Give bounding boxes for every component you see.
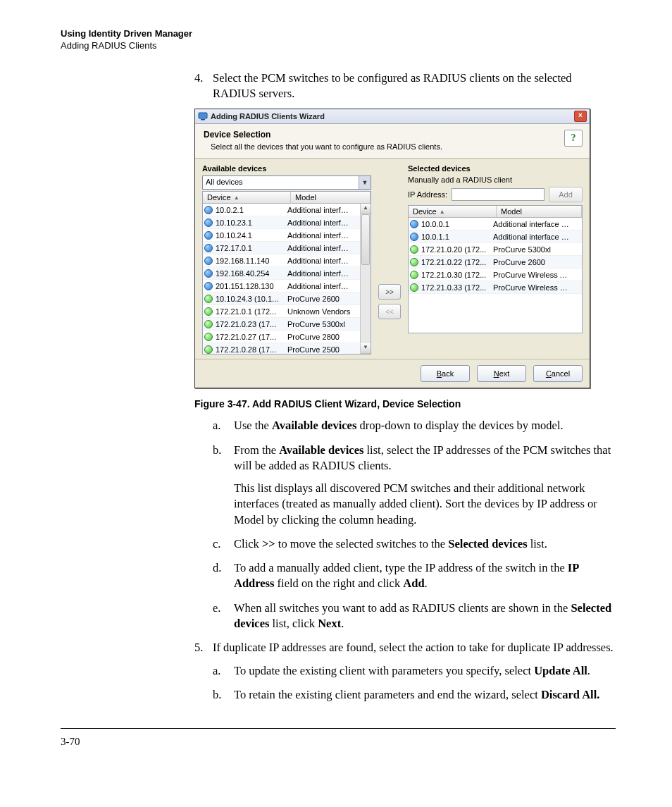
available-column: Available devices All devices ▼ Device ▲… [202, 164, 371, 355]
footer-rule [61, 728, 616, 729]
table-row[interactable]: 10.0.1.1Additional interface on.. [409, 230, 582, 243]
cancel-button[interactable]: Cancel [533, 365, 583, 382]
move-right-button[interactable]: >> [378, 284, 401, 300]
step-5-number: 5. [194, 640, 213, 655]
table-row[interactable]: 172.21.0.22 (172...ProCurve 2600 [409, 256, 582, 269]
scroll-down-icon[interactable]: ▼ [361, 343, 371, 354]
table-row[interactable]: 172.21.0.28 (17...ProCurve 2500 [203, 343, 361, 354]
cell-device: 172.21.0.23 (17... [214, 320, 283, 328]
cell-device: 172.21.0.30 (172... [420, 271, 489, 279]
svg-rect-1 [201, 119, 205, 121]
status-green-icon [409, 283, 420, 292]
cell-device: 10.10.23.1 [214, 218, 283, 227]
status-green-icon [203, 307, 214, 316]
available-devices-combo[interactable]: All devices ▼ [202, 175, 371, 190]
cell-device: 10.10.24.3 (10.1... [214, 295, 283, 303]
ip-address-input[interactable] [452, 188, 545, 201]
cell-model: Additional interface o.. [283, 269, 351, 278]
table-row[interactable]: 10.10.23.1Additional interface o.. [203, 216, 361, 229]
cell-model: Additional interface o.. [283, 231, 351, 240]
selected-header-model[interactable]: Model [497, 206, 582, 217]
table-row[interactable]: 10.10.24.3 (10.1...ProCurve 2600 [203, 292, 361, 305]
table-row[interactable]: 10.0.0.1Additional interface on.. [409, 218, 582, 230]
step-4a: a. Use the Available devices drop-down t… [213, 418, 616, 433]
cell-device: 192.168.40.254 [214, 269, 283, 278]
cell-model: Unknown Vendors [283, 307, 351, 316]
selected-header-device[interactable]: Device ▲ [409, 206, 497, 217]
scroll-up-icon[interactable]: ▲ [361, 204, 371, 214]
status-green-icon [203, 345, 214, 354]
status-blue-icon [203, 218, 214, 227]
step-4d: d. To add a manually added client, type … [213, 560, 616, 592]
step-4b: b. From the Available devices list, sele… [213, 443, 616, 528]
dialog-header: Device Selection Select all the devices … [195, 124, 590, 159]
status-blue-icon [409, 233, 420, 241]
table-row[interactable]: 10.10.24.1Additional interface o.. [203, 229, 361, 242]
dialog-header-sub: Select all the devices that you want to … [204, 142, 581, 151]
sort-asc-icon: ▲ [234, 195, 239, 201]
available-header-model[interactable]: Model [291, 192, 371, 203]
cell-model: ProCurve 5300xl [283, 320, 351, 328]
back-button[interactable]: Back [421, 365, 470, 382]
step-5-text: If duplicate IP addresses are found, sel… [213, 640, 616, 655]
selected-devices-grid: Device ▲ Model 10.0.0.1Additional interf… [408, 205, 583, 333]
add-button[interactable]: Add [549, 187, 583, 202]
cell-device: 10.10.24.1 [214, 231, 283, 240]
sort-asc-icon: ▲ [440, 209, 445, 215]
help-button[interactable]: ? [564, 130, 583, 147]
running-header: Using Identity Driven Manager Adding RAD… [61, 28, 616, 52]
step-4e: e. When all switches you want to add as … [213, 600, 616, 632]
table-row[interactable]: 172.21.0.20 (172...ProCurve 5300xl [409, 243, 582, 256]
cell-device: 10.0.1.1 [420, 233, 489, 241]
monitor-icon [198, 111, 208, 121]
status-green-icon [409, 271, 420, 279]
table-row[interactable]: 172.21.0.1 (172...Unknown Vendors [203, 305, 361, 318]
cell-device: 172.21.0.1 (172... [214, 307, 283, 316]
cell-model: ProCurve Wireless Ac.. [489, 271, 572, 279]
step-4: 4. Select the PCM switches to be configu… [194, 70, 616, 102]
cell-model: ProCurve 2500 [283, 345, 351, 354]
cell-device: 172.21.0.28 (17... [214, 345, 283, 354]
chevron-down-icon: ▼ [359, 176, 371, 189]
available-devices-combo-value: All devices [203, 176, 359, 189]
page-number: 3-70 [61, 736, 616, 748]
cell-device: 10.0.2.1 [214, 206, 283, 214]
table-row[interactable]: 172.21.0.30 (172...ProCurve Wireless Ac.… [409, 269, 582, 281]
step-4c: c. Click >> to move the selected switche… [213, 536, 616, 552]
table-row[interactable]: 192.168.11.140Additional interface o.. [203, 254, 361, 267]
close-button[interactable]: × [574, 111, 587, 122]
table-row[interactable]: 172.17.0.1Additional interface o.. [203, 242, 361, 254]
available-grid-header: Device ▲ Model [203, 192, 371, 204]
table-row[interactable]: 172.21.0.33 (172...ProCurve Wireless Se.… [409, 281, 582, 294]
dialog-body: Available devices All devices ▼ Device ▲… [195, 159, 590, 359]
cell-device: 201.151.128.130 [214, 282, 283, 290]
figure-caption: Figure 3-47. Add RADIUS Client Wizard, D… [194, 398, 616, 409]
step-4-text: Select the PCM switches to be configured… [213, 70, 616, 102]
status-blue-icon [409, 220, 420, 228]
dialog-titlebar: Adding RADIUS Clients Wizard × [195, 109, 590, 124]
dialog-adding-radius-clients: Adding RADIUS Clients Wizard × Device Se… [194, 109, 590, 388]
cell-model: ProCurve 2800 [283, 333, 351, 341]
next-button[interactable]: Next [477, 365, 526, 382]
cell-model: ProCurve 5300xl [489, 245, 572, 254]
cell-model: Additional interface o.. [283, 257, 351, 265]
status-blue-icon [203, 257, 214, 265]
status-blue-icon [203, 269, 214, 278]
cell-device: 172.21.0.20 (172... [420, 245, 489, 254]
running-header-sub: Adding RADIUS Clients [61, 40, 616, 52]
status-green-icon [409, 245, 420, 254]
move-left-button[interactable]: << [378, 304, 401, 319]
selected-devices-label: Selected devices [408, 164, 583, 173]
table-row[interactable]: 172.21.0.23 (17...ProCurve 5300xl [203, 318, 361, 331]
available-scrollbar[interactable]: ▲ ▼ [360, 204, 371, 354]
cell-device: 172.17.0.1 [214, 244, 283, 252]
table-row[interactable]: 10.0.2.1Additional interface o.. [203, 204, 361, 216]
ip-address-label: IP Address: [408, 190, 447, 199]
available-header-device[interactable]: Device ▲ [203, 192, 291, 203]
scroll-thumb[interactable] [361, 214, 370, 265]
table-row[interactable]: 192.168.40.254Additional interface o.. [203, 267, 361, 280]
available-devices-grid: Device ▲ Model 10.0.2.1Additional interf… [202, 191, 371, 355]
table-row[interactable]: 172.21.0.27 (17...ProCurve 2800 [203, 331, 361, 343]
cell-model: Additional interface o.. [283, 282, 351, 290]
table-row[interactable]: 201.151.128.130Additional interface o.. [203, 280, 361, 292]
